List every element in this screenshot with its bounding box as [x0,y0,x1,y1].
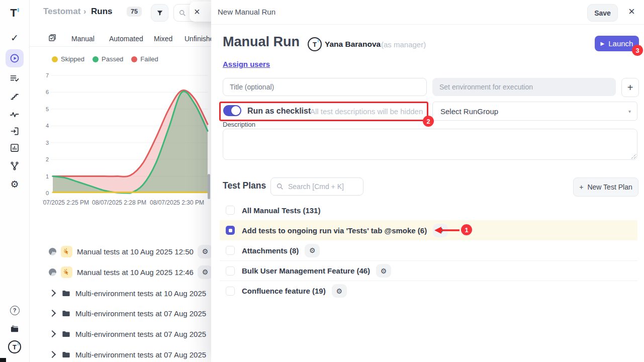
rungroup-select[interactable]: Select RunGroup ▾ [432,102,637,121]
test-plan-row[interactable]: Confluence feature (19)⚙ [220,281,637,301]
annotation-rect-2 [219,102,428,121]
test-plan-row[interactable]: Attachments (8)⚙ [220,240,637,260]
legend-dot [131,56,137,62]
legend-label: Failed [140,55,158,63]
expand-chevron-icon[interactable] [49,290,56,297]
test-plans-search-input[interactable] [287,182,354,191]
folder-list-item[interactable]: Multi-environment tests at 07 Aug 2025 [49,303,212,323]
scrollbar-thumb[interactable] [208,174,210,199]
test-plan-row[interactable]: All Manual Tests (131) [220,200,637,220]
sidebar-item-runs[interactable] [6,49,24,67]
manual-run-icon [61,266,72,278]
test-plans-list: All Manual Tests (131)Add tests to ongoi… [220,200,637,301]
assign-users-link[interactable]: Assign users [223,60,270,68]
breadcrumb-brand[interactable]: Testomat [43,7,80,17]
title-input[interactable] [223,78,427,96]
tabs-divider [29,46,212,47]
environment-input[interactable] [432,78,616,96]
check-icon: ✓ [11,32,19,44]
checkbox-checked[interactable] [226,226,235,235]
tab-mixed[interactable]: Mixed [154,35,172,43]
sidebar-item-projects[interactable] [6,320,24,338]
add-environment-button[interactable]: + [621,78,639,97]
sidebar-item-help[interactable]: ? [6,301,24,319]
drawer-close-icon[interactable]: × [628,5,635,19]
run-progress-icon [49,248,56,255]
resize-handle[interactable] [631,154,636,159]
test-plan-row[interactable]: Bulk User Management Feature (46)⚙ [220,260,637,281]
folder-list-item[interactable]: Multi-environment tests at 07 Aug 2025 [49,324,212,344]
test-plans-heading: Test Plans [223,180,266,191]
save-button[interactable]: Save [587,4,618,22]
checkbox-unchecked[interactable] [226,246,235,255]
run-settings-button[interactable]: ⚙ [198,265,213,279]
pulse-icon [10,110,20,120]
expand-chevron-icon[interactable] [49,330,56,337]
sidebar-item-profile[interactable]: T [6,338,24,356]
sidebar: T ✓ [0,0,30,362]
folder-list-item[interactable]: Multi-environment tests at 07 Aug 2025 [49,344,212,362]
folder-icon [61,329,71,339]
folder-icon [61,350,71,359]
test-plan-settings-button[interactable]: ⚙ [376,264,391,278]
app-logo[interactable]: T [6,4,24,22]
run-list-item[interactable]: Manual tests at 10 Aug 2025 12:50⚙ [49,241,212,261]
checkbox-unchecked[interactable] [226,266,235,276]
new-test-plan-button[interactable]: + New Test Plan [573,177,638,197]
legend-dot [93,56,99,62]
tab-all-runs[interactable] [48,33,57,44]
run-progress-icon [49,268,56,276]
list-check-icon [10,73,20,83]
sidebar-item-tasks[interactable]: ✓ [6,29,24,47]
close-icon[interactable]: × [194,6,200,18]
x-axis-label: 08/07/2025 2:28 PM [88,199,150,206]
legend-label: Skipped [61,55,84,63]
run-list-item[interactable]: Manual tests at 10 Aug 2025 12:46⚙ [49,262,212,282]
chevron-down-icon: ▾ [628,109,631,114]
expand-chevron-icon[interactable] [49,351,56,358]
svg-text:7: 7 [46,72,49,78]
svg-text:1: 1 [46,173,49,179]
gear-icon: ⚙ [10,178,19,190]
area-chart: 01234567 [43,72,209,196]
test-plan-row[interactable]: Add tests to ongoing run via 'Tests' tab… [220,220,637,240]
logo-accent [18,8,19,12]
manual-run-icon [61,246,72,257]
checkbox-unchecked[interactable] [226,287,235,296]
folder-label: Multi-environment tests at 07 Aug 2025 [75,330,206,338]
test-plan-settings-button[interactable]: ⚙ [305,244,320,257]
page-title: Runs [91,7,113,17]
tab-manual[interactable]: Manual [71,35,95,43]
sidebar-item-test-plans[interactable] [6,69,24,87]
run-settings-button[interactable]: ⚙ [198,245,213,258]
test-plan-label: Attachments (8) [242,246,299,255]
svg-text:3: 3 [46,140,49,146]
checkbox-unchecked[interactable] [226,206,235,215]
test-plan-settings-button[interactable]: ⚙ [332,284,347,298]
tab-automated[interactable]: Automated [109,35,143,43]
folder-list-item[interactable]: Multi-environment tests at 10 Aug 2025 [49,283,212,303]
help-circle-icon: ? [10,306,20,315]
sidebar-item-analytics[interactable] [6,139,24,157]
filter-button[interactable] [151,4,168,22]
sidebar-item-steps[interactable] [6,87,24,106]
app-screen: T ✓ [0,0,644,362]
test-plans-search[interactable] [270,177,363,196]
svg-text:4: 4 [46,123,49,129]
description-textarea[interactable] [223,129,637,160]
play-circle-icon [9,53,20,64]
profile-logo-icon: T [8,340,21,353]
folder-icon [61,309,71,318]
sidebar-item-branches[interactable] [6,157,24,175]
sidebar-item-import[interactable] [6,122,24,140]
svg-text:0: 0 [46,190,49,196]
sidebar-item-activity[interactable] [6,106,24,124]
expand-chevron-icon[interactable] [49,310,56,317]
play-icon: ▶ [601,41,605,46]
sidebar-item-settings[interactable]: ⚙ [6,175,24,193]
filter-funnel-icon [156,10,163,17]
screen-corner-artifact [0,358,6,362]
legend-dot [52,56,58,62]
clipboard-check-icon [48,33,57,42]
folder-label: Multi-environment tests at 07 Aug 2025 [75,309,206,318]
